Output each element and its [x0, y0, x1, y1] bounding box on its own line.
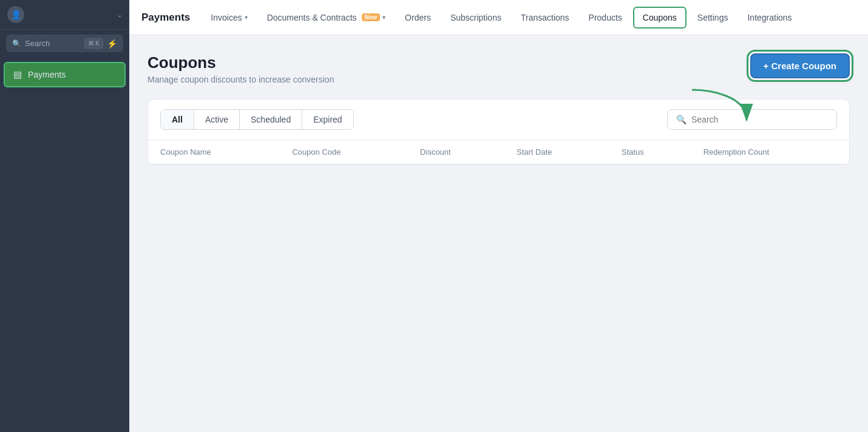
tab-scheduled[interactable]: Scheduled: [240, 110, 302, 129]
payments-icon: ▤: [13, 69, 22, 80]
coupons-table-card: All Active Scheduled Expired 🔍 Coupon Na…: [147, 99, 850, 165]
nav-label-orders: Orders: [405, 13, 431, 22]
user-icon: 👤: [11, 10, 21, 19]
sidebar-navigation: ▤ Payments: [0, 57, 129, 432]
search-shortcut-badge: ⌘ K: [84, 38, 103, 49]
table-header: Coupon Name Coupon Code Discount Start D…: [148, 140, 849, 164]
page-title: Coupons: [147, 53, 334, 72]
table-toolbar: All Active Scheduled Expired 🔍: [148, 100, 849, 140]
nav-item-products[interactable]: Products: [580, 8, 631, 27]
nav-label-documents: Documents & Contracts: [267, 13, 357, 22]
nav-item-orders[interactable]: Orders: [396, 8, 439, 27]
brand-title: Payments: [141, 12, 190, 24]
col-discount: Discount: [408, 140, 504, 164]
page-header: Coupons Manage coupon discounts to incre…: [147, 53, 850, 84]
top-navigation: Payments Invoices ▾ Documents & Contract…: [129, 0, 868, 35]
chevron-down-icon: ⌄: [117, 12, 122, 18]
sidebar-search[interactable]: 🔍 Search ⌘ K ⚡: [6, 35, 123, 52]
filter-tabs: All Active Scheduled Expired: [160, 109, 354, 130]
nav-item-coupons[interactable]: Coupons: [633, 7, 687, 29]
page-title-group: Coupons Manage coupon discounts to incre…: [147, 53, 334, 84]
nav-item-integrations[interactable]: Integrations: [739, 8, 800, 27]
nav-label-integrations: Integrations: [747, 13, 792, 22]
sidebar-user-menu[interactable]: 👤 ⌄: [0, 0, 129, 30]
search-icon: 🔍: [676, 115, 687, 124]
search-input[interactable]: [691, 115, 828, 124]
tab-expired[interactable]: Expired: [302, 110, 353, 129]
chevron-down-icon: ▾: [245, 14, 248, 21]
main-content: Payments Invoices ▾ Documents & Contract…: [129, 0, 868, 432]
col-redemption-count: Redemption Count: [691, 140, 849, 164]
nav-item-invoices[interactable]: Invoices ▾: [202, 8, 256, 27]
search-icon: 🔍: [12, 39, 21, 48]
sidebar-item-label: Payments: [28, 70, 66, 79]
col-start-date: Start Date: [504, 140, 609, 164]
nav-item-subscriptions[interactable]: Subscriptions: [442, 8, 510, 27]
nav-label-invoices: Invoices: [211, 13, 242, 22]
nav-label-transactions: Transactions: [521, 13, 569, 22]
chevron-down-icon: ▾: [382, 14, 385, 21]
nav-item-settings[interactable]: Settings: [689, 8, 737, 27]
col-coupon-code: Coupon Code: [280, 140, 408, 164]
avatar: 👤: [7, 6, 24, 23]
tab-active[interactable]: Active: [194, 110, 240, 129]
page-content: Coupons Manage coupon discounts to incre…: [129, 35, 868, 432]
nav-item-documents[interactable]: Documents & Contracts New ▾: [259, 8, 394, 27]
nav-item-transactions[interactable]: Transactions: [512, 8, 578, 27]
coupons-table: Coupon Name Coupon Code Discount Start D…: [148, 140, 849, 164]
nav-label-products: Products: [589, 13, 622, 22]
col-coupon-name: Coupon Name: [148, 140, 280, 164]
nav-label-subscriptions: Subscriptions: [450, 13, 501, 22]
page-subtitle: Manage coupon discounts to increase conv…: [147, 75, 334, 84]
sidebar-search-label: Search: [25, 39, 81, 48]
nav-label-coupons: Coupons: [643, 13, 677, 22]
sidebar: 👤 ⌄ 🔍 Search ⌘ K ⚡ ▤ Payments: [0, 0, 129, 432]
create-coupon-button[interactable]: + Create Coupon: [750, 53, 850, 78]
lightning-icon[interactable]: ⚡: [107, 39, 117, 49]
col-status: Status: [609, 140, 691, 164]
search-box[interactable]: 🔍: [667, 109, 837, 130]
tab-all[interactable]: All: [161, 110, 194, 129]
new-badge: New: [362, 13, 381, 21]
sidebar-item-payments[interactable]: ▤ Payments: [4, 62, 126, 87]
nav-label-settings: Settings: [697, 13, 728, 22]
